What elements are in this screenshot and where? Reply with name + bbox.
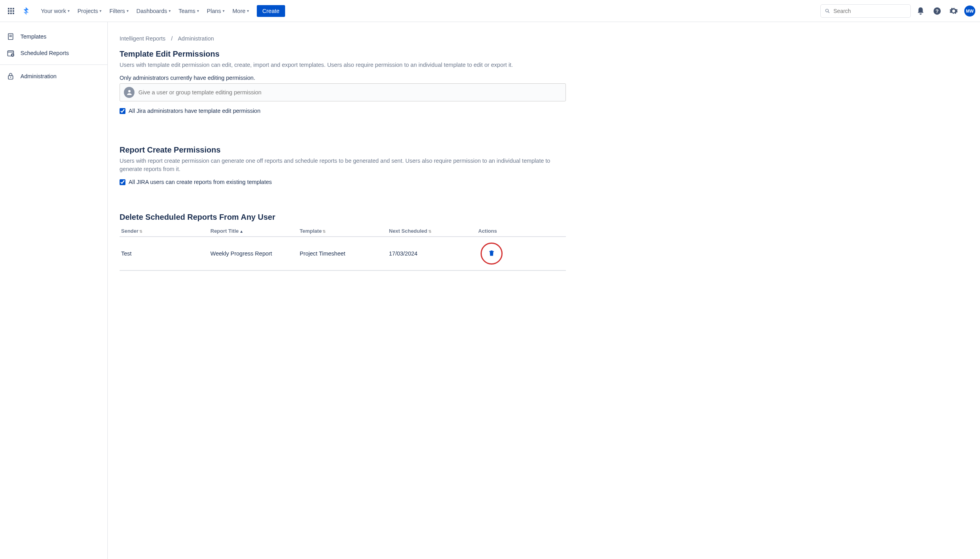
cell-actions <box>477 237 566 270</box>
nav-your-work[interactable]: Your work▾ <box>38 6 73 17</box>
nav-filters[interactable]: Filters▾ <box>106 6 131 17</box>
person-icon <box>124 87 134 98</box>
jira-logo-icon[interactable] <box>20 6 31 17</box>
sort-icon: ⇅ <box>428 229 431 234</box>
section-description: Users with report create permission can … <box>120 157 564 173</box>
nav-label: Filters <box>109 8 125 14</box>
chevron-down-icon: ▾ <box>169 9 171 13</box>
search-input-wrap[interactable] <box>820 4 911 18</box>
divider <box>0 64 107 65</box>
sidebar-label: Administration <box>20 73 57 79</box>
breadcrumb-separator: / <box>171 35 173 42</box>
svg-point-13 <box>10 77 11 78</box>
breadcrumb-item[interactable]: Administration <box>178 35 214 42</box>
svg-point-0 <box>825 9 828 12</box>
chevron-down-icon: ▾ <box>247 9 249 13</box>
top-nav: Your work▾ Projects▾ Filters▾ Dashboards… <box>0 0 980 22</box>
admin-edit-permission-checkbox[interactable] <box>120 108 125 114</box>
sidebar-label: Scheduled Reports <box>20 50 69 56</box>
svg-text:?: ? <box>936 8 939 14</box>
checkbox-label: All Jira administrators have template ed… <box>129 108 260 114</box>
admin-edit-permission-checkbox-row[interactable]: All Jira administrators have template ed… <box>120 108 964 114</box>
col-next-scheduled[interactable]: Next Scheduled⇅ <box>387 225 477 237</box>
search-icon <box>825 8 830 14</box>
nav-label: Your work <box>41 8 66 14</box>
search-input[interactable] <box>833 8 906 14</box>
section-title-delete-scheduled: Delete Scheduled Reports From Any User <box>120 213 964 222</box>
main-content: Intelligent Reports / Administration Tem… <box>108 22 980 559</box>
col-report-title[interactable]: Report Title▲ <box>209 225 298 237</box>
create-button[interactable]: Create <box>257 5 285 17</box>
calendar-plus-icon <box>6 49 15 57</box>
checkbox-label: All JIRA users can create reports from e… <box>129 179 272 185</box>
sidebar: Templates Scheduled Reports Administrati… <box>0 22 108 559</box>
cell-sender: Test <box>120 237 209 270</box>
col-actions: Actions <box>477 225 566 237</box>
settings-icon[interactable] <box>947 4 960 18</box>
sort-icon: ⇅ <box>322 229 326 234</box>
users-create-reports-checkbox-row[interactable]: All JIRA users can create reports from e… <box>120 179 964 185</box>
table-row: Test Weekly Progress Report Project Time… <box>120 237 566 270</box>
scheduled-reports-table: Sender⇅ Report Title▲ Template⇅ Next Sch… <box>120 225 566 271</box>
nav-teams[interactable]: Teams▾ <box>175 6 202 17</box>
section-title-report-permissions: Report Create Permissions <box>120 145 964 154</box>
chevron-down-icon: ▾ <box>68 9 70 13</box>
document-icon <box>6 32 15 41</box>
chevron-down-icon: ▾ <box>197 9 199 13</box>
nav-more[interactable]: More▾ <box>229 6 252 17</box>
users-create-reports-checkbox[interactable] <box>120 179 125 185</box>
nav-label: Dashboards <box>136 8 167 14</box>
permission-grant-input[interactable] <box>138 89 562 96</box>
nav-label: Plans <box>207 8 221 14</box>
sidebar-administration[interactable]: Administration <box>0 68 107 85</box>
cell-template: Project Timesheet <box>298 237 387 270</box>
breadcrumb-item[interactable]: Intelligent Reports <box>120 35 166 42</box>
user-avatar[interactable]: MW <box>964 6 975 17</box>
nav-label: Teams <box>179 8 195 14</box>
chevron-down-icon: ▾ <box>127 9 129 13</box>
highlight-circle <box>481 243 503 265</box>
sidebar-templates[interactable]: Templates <box>0 28 107 45</box>
section-description: Users with template edit permission can … <box>120 61 564 69</box>
sort-icon: ⇅ <box>139 229 142 234</box>
lock-icon <box>6 72 15 81</box>
chevron-down-icon: ▾ <box>223 9 225 13</box>
nav-plans[interactable]: Plans▾ <box>204 6 228 17</box>
cell-report-title: Weekly Progress Report <box>209 237 298 270</box>
delete-button[interactable] <box>488 250 495 258</box>
sidebar-scheduled-reports[interactable]: Scheduled Reports <box>0 45 107 61</box>
col-template[interactable]: Template⇅ <box>298 225 387 237</box>
nav-projects[interactable]: Projects▾ <box>74 6 105 17</box>
svg-line-1 <box>828 11 829 13</box>
admin-permission-note: Only administrators currently have editi… <box>120 75 964 81</box>
app-switcher-icon[interactable] <box>5 5 17 17</box>
table-header-row: Sender⇅ Report Title▲ Template⇅ Next Sch… <box>120 225 566 237</box>
sidebar-label: Templates <box>20 33 46 40</box>
section-title-template-permissions: Template Edit Permissions <box>120 50 964 59</box>
help-icon[interactable]: ? <box>930 4 944 18</box>
nav-dashboards[interactable]: Dashboards▾ <box>133 6 174 17</box>
nav-label: Projects <box>77 8 98 14</box>
notifications-icon[interactable] <box>914 4 927 18</box>
cell-next-scheduled: 17/03/2024 <box>387 237 477 270</box>
breadcrumb: Intelligent Reports / Administration <box>120 35 964 42</box>
chevron-down-icon: ▾ <box>99 9 101 13</box>
col-sender[interactable]: Sender⇅ <box>120 225 209 237</box>
permission-grant-input-wrap[interactable] <box>120 83 566 101</box>
sort-asc-icon: ▲ <box>239 229 243 234</box>
nav-label: More <box>232 8 245 14</box>
svg-point-14 <box>128 90 131 92</box>
nav-items: Your work▾ Projects▾ Filters▾ Dashboards… <box>38 5 285 17</box>
